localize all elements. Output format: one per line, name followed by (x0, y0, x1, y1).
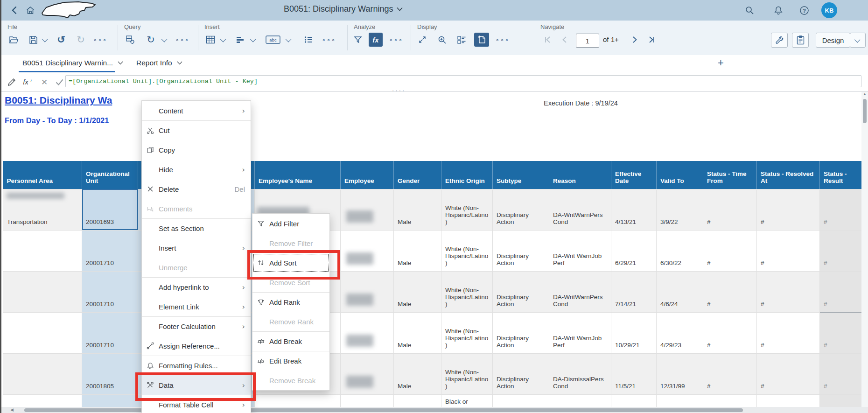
vertical-scrollbar[interactable]: ▲ (861, 91, 868, 407)
notifications-bell-icon[interactable] (772, 4, 784, 16)
table-cell-ethnic[interactable]: White (Non-Hispanic/Latino) (441, 353, 493, 394)
table-cell-gender[interactable]: Male (394, 353, 441, 394)
table-cell-s_res[interactable]: # (757, 312, 820, 353)
table-cell-s_result[interactable]: # (820, 312, 868, 353)
formula-input[interactable] (65, 75, 861, 87)
table-cell-subtype[interactable] (493, 394, 549, 407)
table-cell-emp[interactable] (341, 394, 394, 407)
table-cell-subtype[interactable]: Disciplinary Action (493, 353, 549, 394)
help-icon[interactable]: ? (798, 4, 810, 16)
column-header-s_result[interactable]: Status - Result (820, 161, 868, 189)
table-cell-pa[interactable] (3, 271, 82, 312)
home-icon[interactable] (24, 4, 36, 16)
column-header-ou[interactable]: Organizational Unit (82, 161, 138, 189)
next-page-icon[interactable] (628, 33, 642, 47)
table-cell-emp[interactable] (341, 189, 394, 230)
table-cell-s_res[interactable]: # (757, 271, 820, 312)
filter-icon[interactable] (351, 33, 365, 47)
table-cell-emp[interactable] (341, 271, 394, 312)
menu-item-content[interactable]: Content› (142, 101, 251, 120)
table-cell-ou[interactable] (82, 394, 138, 407)
insert-cell-abc-icon[interactable]: abc (264, 33, 282, 47)
scroll-up-arrow-icon[interactable]: ▲ (863, 92, 867, 96)
horizontal-scrollbar[interactable]: ◀ (0, 407, 868, 413)
validate-formula-icon[interactable] (53, 76, 65, 88)
table-cell-valid[interactable]: 4/6/24 (657, 271, 703, 312)
table-cell-s_res[interactable]: # (757, 230, 820, 271)
chevron-down-icon[interactable] (118, 61, 123, 65)
column-header-eff[interactable]: Effective Date (611, 161, 657, 189)
table-cell-emp[interactable] (341, 353, 394, 394)
table-cell-s_result[interactable]: # (820, 271, 868, 312)
column-header-s_res[interactable]: Status - Resolved At (757, 161, 820, 189)
menu-item-hide[interactable]: Hide› (142, 160, 251, 179)
chevron-down-icon[interactable] (177, 61, 182, 65)
back-button[interactable] (8, 4, 21, 16)
table-cell-name[interactable] (255, 394, 341, 407)
table-cell-reason[interactable]: DA-Writ WarnJob Perf (549, 312, 611, 353)
menu-item-format-table-cell[interactable]: Format Table Cell› (142, 395, 251, 413)
analyze-more-icon[interactable]: ∘∘∘ (389, 33, 403, 47)
shell-title[interactable]: B0051: Disciplinary Warnings (284, 4, 403, 14)
table-cell-subtype[interactable]: Disciplinary Action (493, 271, 549, 312)
table-cell-ethnic[interactable]: White (Non-Hispanic/Latino) (441, 189, 493, 230)
formula-bar-toggle-icon[interactable]: fx (369, 33, 383, 47)
table-cell-eff[interactable]: 7/14/21 (611, 271, 657, 312)
table-cell-s_result[interactable]: # (820, 189, 868, 230)
insert-table-icon[interactable] (203, 33, 217, 47)
table-cell-ou[interactable]: 20001710 (82, 271, 138, 312)
table-cell-gender[interactable]: Male (394, 189, 441, 230)
tab-b0051-disciplinary-warnings[interactable]: B0051 Disciplinary Warnin... (22, 59, 123, 67)
refresh-icon[interactable]: ↻ (144, 33, 158, 47)
table-cell-s_time[interactable]: # (703, 353, 757, 394)
query-more-icon[interactable]: ∘∘∘ (175, 33, 189, 47)
cancel-formula-icon[interactable]: ✕ (38, 76, 50, 88)
submenu-item-add-rank[interactable]: Add Rank (252, 292, 329, 312)
column-header-subtype[interactable]: Subtype (493, 161, 549, 189)
settings-wrench-icon[interactable] (771, 33, 788, 48)
table-cell-s_result[interactable]: # (820, 353, 868, 394)
edit-formula-pencil-icon[interactable] (6, 76, 18, 88)
column-header-emp[interactable]: Employee (341, 161, 394, 189)
table-cell-eff[interactable]: 10/29/21 (611, 312, 657, 353)
table-cell-s_result[interactable] (820, 394, 868, 407)
menu-item-element-link[interactable]: Element Link› (142, 297, 251, 316)
submenu-item-add-sort[interactable]: Add Sort (252, 253, 329, 273)
table-cell-reason[interactable]: DA-WritWarnPers Cond (549, 189, 611, 230)
insert-cell-chevron-icon[interactable] (285, 33, 293, 47)
table-cell-gender[interactable]: Male (394, 312, 441, 353)
table-cell-valid[interactable]: 3/9/22 (657, 189, 703, 230)
table-cell-valid[interactable]: 4/29/23 (657, 312, 703, 353)
table-cell-s_time[interactable]: # (703, 189, 757, 230)
table-cell-s_time[interactable]: # (703, 271, 757, 312)
submenu-item-add-break[interactable]: Add Break (252, 331, 329, 351)
insert-more-icon[interactable]: ∘∘∘ (322, 33, 336, 47)
column-header-valid[interactable]: Valid To (657, 161, 703, 189)
add-report-tab-button[interactable]: + (718, 57, 724, 69)
table-cell-ou[interactable]: 20001710 (82, 230, 138, 271)
table-cell-reason[interactable]: DA-Writ WarnJob Perf (549, 230, 611, 271)
panel-grip-dots[interactable]: ···· (392, 87, 406, 94)
table-cell-reason[interactable]: DA-DismissalPers Cond (549, 353, 611, 394)
column-header-name[interactable]: Employee's Name (255, 161, 341, 189)
table-cell-valid[interactable] (657, 394, 703, 407)
table-cell-s_res[interactable]: # (757, 189, 820, 230)
table-cell-s_res[interactable] (757, 394, 820, 407)
submenu-item-edit-break[interactable]: Edit Break (252, 351, 329, 371)
design-dropdown-chevron-icon[interactable] (850, 33, 866, 48)
page-mode-icon[interactable] (474, 33, 489, 47)
avatar[interactable]: KB (821, 2, 837, 18)
horizontal-scrollbar-thumb[interactable] (24, 408, 743, 412)
insert-list-icon[interactable] (301, 33, 315, 47)
table-cell-subtype[interactable]: Disciplinary Action (493, 230, 549, 271)
table-cell-gender[interactable]: Male (394, 230, 441, 271)
table-cell-pa[interactable] (3, 394, 82, 407)
undo-icon[interactable]: ↺ (54, 33, 68, 47)
table-cell-s_res[interactable]: # (757, 353, 820, 394)
save-icon[interactable] (26, 33, 40, 47)
save-dropdown-chevron-icon[interactable] (41, 33, 49, 47)
column-header-gender[interactable]: Gender (394, 161, 441, 189)
table-cell-pa[interactable] (3, 353, 82, 394)
submenu-item-add-filter[interactable]: Add Filter (252, 214, 329, 233)
menu-item-set-as-section[interactable]: Set as Section (142, 218, 251, 238)
